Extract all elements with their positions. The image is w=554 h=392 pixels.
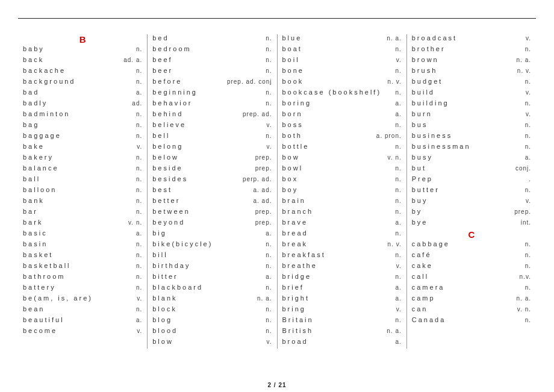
dict-row: beginningn. (152, 89, 272, 99)
dict-word: bell (152, 132, 170, 139)
dict-word: boat (282, 45, 302, 52)
dict-row: betweenprep. (152, 208, 272, 219)
dict-word: brother (412, 45, 446, 52)
dict-pos: a. pron. (374, 132, 402, 139)
dict-row: bonen. (282, 67, 402, 78)
dict-word: bike(bicycle) (152, 240, 213, 247)
dict-row: basinn. (23, 240, 142, 251)
dict-row: bookn. v. (282, 78, 402, 89)
dict-word: blue (282, 34, 302, 42)
dict-pos: a. (393, 100, 401, 107)
dict-row: Britainn. (282, 316, 402, 327)
dict-pos: n. (134, 187, 142, 193)
dict-word: block (152, 305, 177, 313)
dict-word: businessman (412, 143, 471, 150)
dict-pos: n. (134, 67, 142, 74)
dict-word: born (282, 110, 303, 117)
dict-word: bakery (23, 154, 54, 161)
dict-row: branchn. (282, 208, 402, 219)
dict-word: bridge (282, 273, 312, 280)
dict-row: budgetn. (412, 78, 531, 89)
dict-row: bravea. (282, 219, 402, 229)
dict-word: business (412, 132, 452, 139)
dict-row: backad. a. (23, 56, 142, 67)
dict-pos: n. (263, 328, 272, 334)
dict-row: balancen. (23, 164, 142, 175)
dict-pos: prep. (512, 208, 531, 215)
dict-row: boatn. (282, 45, 402, 56)
dict-row: bloodn. (152, 327, 272, 338)
section-header: B (23, 34, 142, 45)
dict-pos: v. (523, 35, 531, 42)
dict-pos: v. (394, 263, 402, 269)
dict-word: brown (412, 56, 439, 63)
dict-word: behavior (152, 99, 192, 107)
dict-word: belong (152, 143, 183, 150)
dict-row: Britishn. a. (282, 327, 402, 338)
dict-word: become (23, 327, 57, 334)
dict-row: besta. ad. (152, 186, 272, 197)
dict-pos: prep. (253, 219, 272, 226)
dict-pos: v. (264, 143, 272, 150)
dict-pos: v. (523, 89, 531, 96)
dict-row: backgroundn. (23, 78, 142, 89)
dict-row: brownn. a. (412, 56, 531, 67)
dict-word: be(am, is, are) (23, 294, 93, 302)
dict-row: batteryn. (23, 284, 142, 294)
dict-pos: n. (523, 241, 531, 247)
dict-pos: n. (523, 263, 531, 269)
dict-row: calln.v. (412, 273, 531, 284)
dict-pos: n. (523, 187, 531, 193)
dict-word: badly (23, 99, 48, 107)
dict-word: box (282, 175, 299, 182)
dict-word: café (412, 251, 432, 258)
dict-word: better (152, 197, 180, 204)
dict-row: boxn. (282, 175, 402, 186)
dict-row: blackboardn. (152, 284, 272, 294)
dict-word: Britain (282, 316, 314, 323)
dict-word: bad (23, 89, 39, 96)
page-number: 2 / 21 (0, 382, 554, 388)
dict-pos: n. (393, 317, 401, 323)
dict-word: boring (282, 99, 312, 107)
dict-row: birthdayn. (152, 262, 272, 273)
dict-pos: n. (523, 252, 531, 258)
dict-word: can (412, 305, 428, 313)
dict-word: basin (23, 240, 48, 247)
dict-row: campn. a. (412, 294, 531, 305)
top-rule (18, 18, 536, 19)
dict-row: brainn. (282, 197, 402, 208)
dict-pos: n. (134, 111, 142, 117)
dict-pos: v. (394, 306, 402, 313)
dict-pos: v. n. (515, 306, 531, 313)
dict-word: balloon (23, 186, 57, 193)
dict-word: balance (23, 164, 59, 172)
columns: Bbabyn.backad. a.backachen.backgroundn.b… (18, 34, 536, 349)
dict-pos: n. (523, 143, 531, 150)
dict-row: bedroomn. (152, 45, 272, 56)
dict-word: bright (282, 294, 310, 302)
dict-row: boringa. (282, 99, 402, 110)
dict-pos: n. (523, 132, 531, 139)
dict-row: canv. n. (412, 305, 531, 316)
dict-word: cabbage (412, 240, 450, 247)
dict-pos: conj. (513, 165, 531, 172)
dict-pos: a. (393, 284, 401, 291)
dict-row: byeint. (412, 219, 531, 229)
dict-row: caken. (412, 262, 531, 273)
dict-row: breathev. (282, 262, 402, 273)
dict-row: belln. (152, 132, 272, 143)
dict-word: big (152, 229, 167, 237)
dict-row: bookcase (bookshelf)n. (282, 89, 402, 99)
dict-pos: v. (134, 143, 142, 150)
dict-word: butter (412, 186, 440, 193)
column-4: broadcastv.brothern.brownn. a.brushn. v.… (406, 34, 536, 349)
dict-row: buildv. (412, 89, 531, 99)
dict-word: brush (412, 67, 438, 74)
dict-row: cameran. (412, 284, 531, 294)
dict-row: breadn. (282, 229, 402, 240)
dict-word: brave (282, 219, 308, 226)
dict-pos: a. ad. (251, 187, 272, 193)
dict-row: broadcastv. (412, 34, 531, 45)
dict-word: bag (23, 121, 39, 128)
